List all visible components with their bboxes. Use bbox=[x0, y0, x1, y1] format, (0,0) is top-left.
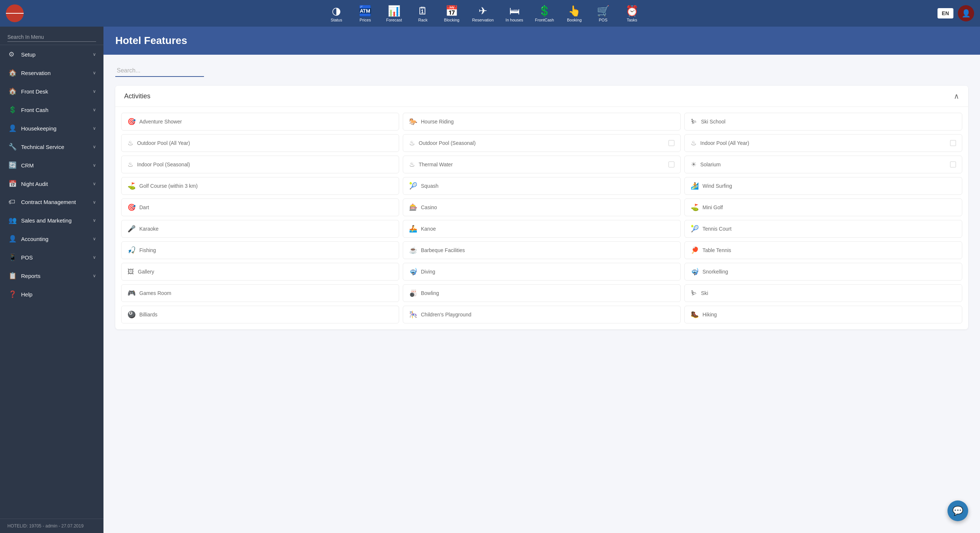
hamburger-button[interactable] bbox=[6, 5, 24, 22]
sidebar-item-accounting[interactable]: 👤 Accounting ∨ bbox=[0, 229, 103, 248]
feature-item-ski[interactable]: ⛷ Ski bbox=[684, 284, 962, 302]
sidebar-item-housekeeping[interactable]: 👤 Housekeeping ∨ bbox=[0, 119, 103, 137]
feature-item-outdoor-pool-seasonal[interactable]: ♨ Outdoor Pool (Seasonal) bbox=[403, 134, 681, 152]
nav-item-inhouses[interactable]: 🛏In houses bbox=[501, 3, 528, 24]
indoor-pool-year-checkbox[interactable] bbox=[950, 140, 956, 146]
feature-item-hiking[interactable]: 🥾 Hiking bbox=[684, 305, 962, 323]
feature-item-indoor-pool-seasonal[interactable]: ♨ Indoor Pool (Seasonal) bbox=[121, 156, 399, 173]
sidebar-item-crm[interactable]: 🔄 CRM ∨ bbox=[0, 156, 103, 175]
golf-course-icon: ⛳ bbox=[127, 182, 135, 190]
sidebar-item-reports[interactable]: 📋 Reports ∨ bbox=[0, 266, 103, 285]
wind-surfing-label: Wind Surfing bbox=[703, 183, 956, 189]
feature-item-ski-school[interactable]: ⛷ Ski School bbox=[684, 113, 962, 130]
feature-search-input[interactable] bbox=[115, 65, 204, 77]
feature-item-thermal-water[interactable]: ♨ Thermal Water bbox=[403, 156, 681, 173]
sidebar-item-frontdesk[interactable]: 🏠 Front Desk ∨ bbox=[0, 82, 103, 100]
chat-fab-button[interactable]: 💬 bbox=[948, 501, 968, 521]
sidebar-item-contractmanagement[interactable]: 🏷 Contract Management ∨ bbox=[0, 193, 103, 211]
reservation-sidebar-icon: 🏠 bbox=[8, 69, 18, 77]
nav-item-blocking[interactable]: 📅Blocking bbox=[439, 3, 465, 24]
feature-item-snorkelling[interactable]: 🤿 Snorkelling bbox=[684, 263, 962, 280]
nav-item-rack[interactable]: 🗓Rack bbox=[410, 3, 436, 24]
feature-item-squash[interactable]: 🎾 Squash bbox=[403, 177, 681, 195]
frontdesk-sidebar-icon: 🏠 bbox=[8, 87, 18, 95]
feature-item-mini-golf[interactable]: ⛳ Mini Golf bbox=[684, 199, 962, 216]
frontcash-icon: 💲 bbox=[538, 5, 551, 17]
rack-label: Rack bbox=[418, 18, 428, 22]
feature-item-diving[interactable]: 🤿 Diving bbox=[403, 263, 681, 280]
collapse-button[interactable]: ∧ bbox=[954, 92, 959, 100]
feature-item-solarium[interactable]: ☀ Solarium bbox=[684, 156, 962, 173]
feature-item-fishing[interactable]: 🎣 Fishing bbox=[121, 241, 399, 259]
language-button[interactable]: EN bbox=[937, 8, 953, 19]
sidebar-item-reservation[interactable]: 🏠 Reservation ∨ bbox=[0, 64, 103, 82]
feature-item-table-tennis[interactable]: 🏓 Table Tennis bbox=[684, 241, 962, 259]
reservation-label: Reservation bbox=[472, 18, 494, 22]
booking-icon: 👆 bbox=[568, 5, 581, 17]
feature-item-games-room[interactable]: 🎮 Games Room bbox=[121, 284, 399, 302]
nav-item-tasks[interactable]: ⏰Tasks bbox=[619, 3, 645, 24]
nav-item-forecast[interactable]: 📊Forecast bbox=[381, 3, 407, 24]
thermal-water-label: Thermal Water bbox=[419, 162, 665, 167]
nav-item-status[interactable]: ◑Status bbox=[323, 3, 349, 24]
frontcash-label: FrontCash bbox=[535, 18, 554, 22]
games-room-icon: 🎮 bbox=[127, 289, 135, 297]
feature-item-hourse-riding[interactable]: 🐎 Hourse Riding bbox=[403, 113, 681, 130]
thermal-water-checkbox[interactable] bbox=[668, 162, 675, 167]
sidebar-item-setup[interactable]: ⚙ Setup ∨ bbox=[0, 45, 103, 64]
solarium-checkbox[interactable] bbox=[950, 162, 956, 167]
feature-item-adventure-shower[interactable]: 🎯 Adventure Shower bbox=[121, 113, 399, 130]
main-layout: ⚙ Setup ∨ 🏠 Reservation ∨ 🏠 Front Desk ∨… bbox=[0, 27, 980, 533]
reservation-icon: ✈ bbox=[479, 5, 487, 17]
outdoor-pool-seasonal-checkbox[interactable] bbox=[668, 140, 675, 146]
childrens-playground-icon: 🎠 bbox=[409, 310, 417, 318]
sidebar-item-salesmarketing[interactable]: 👥 Sales and Marketing ∨ bbox=[0, 211, 103, 229]
inhouses-label: In houses bbox=[506, 18, 523, 22]
ski-school-label: Ski School bbox=[701, 119, 956, 124]
feature-item-tennis-court[interactable]: 🎾 Tennis Court bbox=[684, 220, 962, 238]
feature-item-gallery[interactable]: 🖼 Gallery bbox=[121, 263, 399, 280]
diving-label: Diving bbox=[421, 269, 675, 275]
feature-item-karaoke[interactable]: 🎤 Karaoke bbox=[121, 220, 399, 238]
sidebar-item-nightaudit[interactable]: 📅 Night Audit ∨ bbox=[0, 175, 103, 193]
sidebar-item-frontcash[interactable]: 💲 Front Cash ∨ bbox=[0, 100, 103, 119]
reservation-arrow-icon: ∨ bbox=[93, 70, 96, 75]
ski-school-icon: ⛷ bbox=[690, 118, 697, 126]
nav-item-frontcash[interactable]: 💲FrontCash bbox=[531, 3, 558, 24]
crm-sidebar-icon: 🔄 bbox=[8, 161, 18, 169]
sidebar: ⚙ Setup ∨ 🏠 Reservation ∨ 🏠 Front Desk ∨… bbox=[0, 27, 103, 533]
table-tennis-label: Table Tennis bbox=[703, 247, 956, 253]
contractmanagement-arrow-icon: ∨ bbox=[93, 200, 96, 205]
forecast-label: Forecast bbox=[386, 18, 402, 22]
sidebar-item-technicalservice[interactable]: 🔧 Technical Service ∨ bbox=[0, 137, 103, 156]
feature-item-billiards[interactable]: 🎱 Billiards bbox=[121, 305, 399, 323]
user-avatar[interactable]: 👤 bbox=[958, 5, 974, 21]
feature-item-kanoe[interactable]: 🚣 Kanoe bbox=[403, 220, 681, 238]
feature-item-childrens-playground[interactable]: 🎠 Children's Playground bbox=[403, 305, 681, 323]
nav-item-pos[interactable]: 🛒POS bbox=[590, 3, 616, 24]
nav-item-reservation[interactable]: ✈Reservation bbox=[468, 3, 498, 24]
pos-arrow-icon: ∨ bbox=[93, 255, 96, 260]
barbeque-facilities-label: Barbeque Facilities bbox=[421, 247, 675, 253]
indoor-pool-seasonal-icon: ♨ bbox=[127, 161, 134, 169]
feature-item-wind-surfing[interactable]: 🏄 Wind Surfing bbox=[684, 177, 962, 195]
reports-sidebar-label: Reports bbox=[21, 273, 93, 279]
status-label: Status bbox=[331, 18, 342, 22]
feature-item-dart[interactable]: 🎯 Dart bbox=[121, 199, 399, 216]
feature-item-golf-course[interactable]: ⛳ Golf Course (within 3 km) bbox=[121, 177, 399, 195]
sidebar-item-help[interactable]: ❓ Help bbox=[0, 285, 103, 304]
nav-item-booking[interactable]: 👆Booking bbox=[561, 3, 587, 24]
feature-item-barbeque-facilities[interactable]: ☕ Barbeque Facilities bbox=[403, 241, 681, 259]
feature-item-outdoor-pool-year[interactable]: ♨ Outdoor Pool (All Year) bbox=[121, 134, 399, 152]
features-grid: 🎯 Adventure Shower 🐎 Hourse Riding ⛷ Ski… bbox=[115, 107, 968, 329]
nav-item-prices[interactable]: 🏧Prices bbox=[352, 3, 378, 24]
feature-item-bowling[interactable]: 🎳 Bowling bbox=[403, 284, 681, 302]
casino-icon: 🎰 bbox=[409, 203, 417, 212]
sidebar-item-pos[interactable]: 📱 POS ∨ bbox=[0, 248, 103, 266]
contractmanagement-sidebar-label: Contract Management bbox=[21, 199, 93, 205]
accounting-sidebar-icon: 👤 bbox=[8, 235, 18, 243]
feature-item-casino[interactable]: 🎰 Casino bbox=[403, 199, 681, 216]
page-title: Hotel Features bbox=[115, 35, 968, 46]
sidebar-search-input[interactable] bbox=[7, 32, 96, 42]
feature-item-indoor-pool-year[interactable]: ♨ Indoor Pool (All Year) bbox=[684, 134, 962, 152]
